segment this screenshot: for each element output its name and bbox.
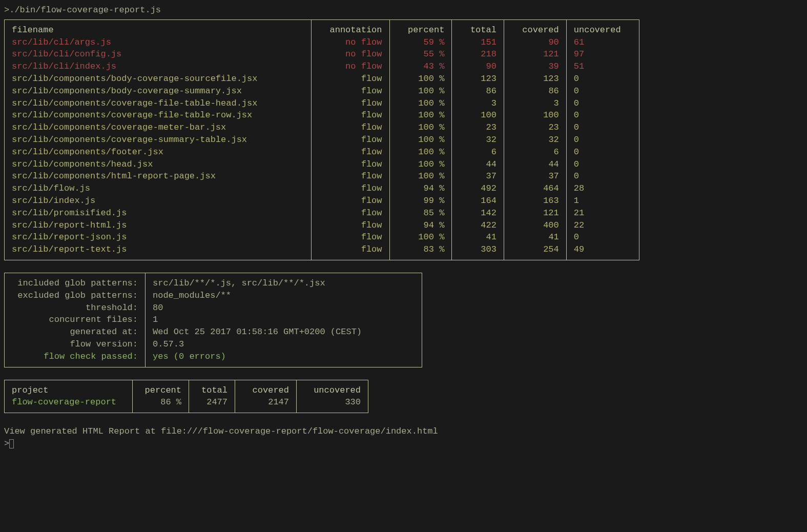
table-row-value: 100 % xyxy=(397,146,445,158)
table-row-value: 97 xyxy=(574,48,632,60)
col-filename: filename src/lib/cli/args.jssrc/lib/cli/… xyxy=(5,19,312,260)
table-row-value: 218 xyxy=(459,48,496,60)
table-row-value: 44 xyxy=(459,158,496,171)
table-row-value: 400 xyxy=(511,219,559,232)
html-report-path: View generated HTML Report at file:///fl… xyxy=(4,425,803,438)
table-row-value: src/lib/components/body-coverage-summary… xyxy=(12,85,304,97)
table-row-value: 99 % xyxy=(397,195,445,207)
table-row-value: 21 xyxy=(574,207,632,219)
col-annotation: annotation no flowno flowno flowflowflow… xyxy=(312,19,389,260)
table-row-value: 100 xyxy=(459,109,496,121)
table-row-value: 43 % xyxy=(397,60,445,73)
summary-col-project: project flow-coverage-report xyxy=(5,380,133,413)
table-row-value: 83 % xyxy=(397,243,445,256)
table-row-value: 44 xyxy=(511,158,559,171)
table-row-value: 0 xyxy=(574,158,632,171)
table-row-value: 123 xyxy=(459,73,496,85)
table-row-value: 28 xyxy=(574,182,632,195)
table-row-value: flow xyxy=(319,158,382,171)
table-row-value: src/lib/components/coverage-file-table-r… xyxy=(12,109,304,121)
table-row-value: src/lib/report-html.js xyxy=(12,219,304,232)
table-row-value: flow xyxy=(319,207,382,219)
table-row-value: flow xyxy=(319,170,382,182)
table-row-value: 0 xyxy=(574,73,632,85)
table-row-value: 85 % xyxy=(397,207,445,219)
table-row-value: 49 xyxy=(574,243,632,256)
project-summary-table: project flow-coverage-report percent 86 … xyxy=(4,380,368,414)
table-row-value: flow xyxy=(319,134,382,146)
table-row-value: src/lib/cli/args.js xyxy=(12,36,304,49)
col-uncovered: uncovered 6197510000000002812122049 xyxy=(566,19,639,260)
table-row-value: 86 xyxy=(459,85,496,97)
table-row-value: src/lib/components/coverage-summary-tabl… xyxy=(12,134,304,146)
table-header-row: filename src/lib/cli/args.jssrc/lib/cli/… xyxy=(5,19,639,260)
table-row-value: 100 % xyxy=(397,73,445,85)
table-row-value: 3 xyxy=(511,97,559,110)
table-row-value: 86 xyxy=(511,85,559,97)
table-row-value: 6 xyxy=(511,146,559,158)
table-row-value: no flow xyxy=(319,48,382,60)
table-row-value: flow xyxy=(319,243,382,256)
table-row-value: 0 xyxy=(574,97,632,110)
table-row-value: 100 % xyxy=(397,121,445,134)
table-row-value: 61 xyxy=(574,36,632,49)
table-row-value: 0 xyxy=(574,146,632,158)
table-row-value: flow xyxy=(319,182,382,195)
table-row-value: 39 xyxy=(511,60,559,73)
table-row-value: src/lib/promisified.js xyxy=(12,207,304,219)
table-row-value: 151 xyxy=(459,36,496,49)
meta-labels: included glob patterns: excluded glob pa… xyxy=(5,273,146,367)
table-row-value: no flow xyxy=(319,60,382,73)
table-row-value: flow xyxy=(319,97,382,110)
table-row-value: 100 % xyxy=(397,97,445,110)
summary-col-covered: covered 2147 xyxy=(235,380,297,413)
table-row-value: 100 % xyxy=(397,134,445,146)
table-row-value: 303 xyxy=(459,243,496,256)
table-row-value: flow xyxy=(319,219,382,232)
table-row-value: src/lib/components/html-report-page.jsx xyxy=(12,170,304,182)
summary-col-percent: percent 86 % xyxy=(133,380,189,413)
table-row-value: src/lib/components/footer.jsx xyxy=(12,146,304,158)
table-row-value: 0 xyxy=(574,170,632,182)
table-row-value: 23 xyxy=(459,121,496,134)
table-row-value: flow xyxy=(319,73,382,85)
table-row-value: 0 xyxy=(574,231,632,243)
table-row-value: flow xyxy=(319,231,382,243)
table-row-value: src/lib/components/coverage-file-table-h… xyxy=(12,97,304,110)
table-row-value: flow xyxy=(319,146,382,158)
table-row-value: 32 xyxy=(511,134,559,146)
table-row-value: 37 xyxy=(459,170,496,182)
table-row-value: 94 % xyxy=(397,219,445,232)
table-row-value: 0 xyxy=(574,134,632,146)
table-row-value: 94 % xyxy=(397,182,445,195)
table-row-value: 464 xyxy=(511,182,559,195)
table-row-value: flow xyxy=(319,109,382,121)
table-row-value: 90 xyxy=(511,36,559,49)
table-row-value: src/lib/cli/config.js xyxy=(12,48,304,60)
table-row-value: src/lib/components/head.jsx xyxy=(12,158,304,171)
table-row-value: no flow xyxy=(319,36,382,49)
table-row-value: src/lib/index.js xyxy=(12,195,304,207)
table-row-value: 0 xyxy=(574,109,632,121)
table-row-value: 100 % xyxy=(397,158,445,171)
table-row-value: 422 xyxy=(459,219,496,232)
table-row-value: src/lib/components/coverage-meter-bar.js… xyxy=(12,121,304,134)
table-row-value: 6 xyxy=(459,146,496,158)
col-total: total 1512189012386310023326443749216414… xyxy=(452,19,504,260)
table-row-value: 100 % xyxy=(397,231,445,243)
files-coverage-table: filename src/lib/cli/args.jssrc/lib/cli/… xyxy=(4,19,639,260)
col-percent: percent 59 %55 %43 %100 %100 %100 %100 %… xyxy=(389,19,452,260)
table-row-value: 163 xyxy=(511,195,559,207)
table-row-value: 23 xyxy=(511,121,559,134)
summary-col-total: total 2477 xyxy=(189,380,235,413)
summary-col-uncovered: uncovered 330 xyxy=(297,380,368,413)
table-row-value: 37 xyxy=(511,170,559,182)
final-prompt[interactable]: > xyxy=(4,438,803,450)
table-row-value: 90 xyxy=(459,60,496,73)
table-row-value: 100 % xyxy=(397,85,445,97)
table-row-value: 59 % xyxy=(397,36,445,49)
table-row-value: 32 xyxy=(459,134,496,146)
table-row-value: 142 xyxy=(459,207,496,219)
table-row-value: src/lib/report-json.js xyxy=(12,231,304,243)
table-row-value: 100 xyxy=(511,109,559,121)
